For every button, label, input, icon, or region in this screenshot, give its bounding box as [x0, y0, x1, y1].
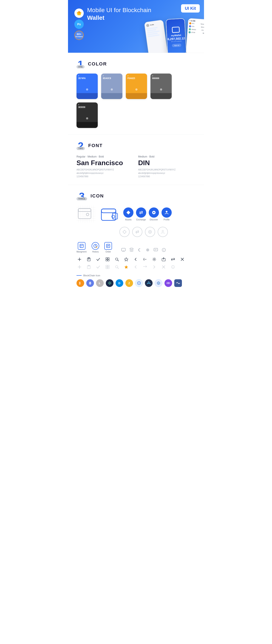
color-swatch-steel: # 8DA0C8 — [101, 74, 122, 99]
font-section: 2 TWO FONT Regular · Medium · Bold San F… — [68, 134, 204, 185]
font-sf-name: San Francisco — [76, 159, 134, 167]
svg-point-89 — [173, 266, 173, 266]
color-swatch-dark: # 303030 — [76, 102, 98, 128]
phone-mock-2: myWallet 6,297,502.12 BTC ETH WAVES Sign… — [166, 18, 187, 53]
svg-point-48 — [130, 248, 133, 249]
font-sf-uppercase: ABCDEFGHIJKLMNOPQRSTUVWXYZ — [76, 168, 134, 172]
font-din-name: DIN — [138, 159, 196, 167]
svg-text:Ł: Ł — [99, 282, 100, 285]
zec-icon: Z — [126, 279, 133, 287]
check-icon-gray — [95, 264, 101, 270]
app-icons-row: Mangment History — [76, 242, 196, 253]
svg-point-30 — [153, 212, 154, 213]
svg-rect-25 — [101, 209, 116, 213]
exchange-label: Exchange — [136, 218, 146, 221]
check-icon — [95, 256, 101, 262]
svg-point-23 — [86, 213, 89, 216]
settings-icon — [151, 256, 157, 262]
font-din-numbers: 1234567890 — [138, 175, 196, 178]
hero-title-bold: Wallet — [87, 14, 104, 21]
wave-icon — [174, 279, 182, 287]
svg-marker-84 — [124, 265, 128, 269]
svg-rect-24 — [101, 209, 116, 220]
svg-point-69 — [154, 259, 155, 260]
close-icon — [179, 256, 185, 262]
svg-marker-32 — [123, 230, 126, 234]
grid-icon-crypto — [135, 279, 143, 287]
assets-label: Assets — [125, 218, 132, 221]
info-icon-gray — [170, 264, 176, 270]
eth-icon — [86, 279, 94, 287]
profile-label: Profile — [164, 218, 170, 221]
grid-icon-gray — [104, 264, 110, 270]
color-swatch-blue: # 3574FA — [76, 74, 98, 99]
close-icon-gray — [161, 264, 166, 270]
section-header-color: 1 ONE COLOR — [76, 59, 196, 68]
assets-icon-outline — [120, 227, 130, 237]
clipboard-icon — [86, 256, 92, 262]
section-title-font: FONT — [88, 143, 103, 148]
svg-marker-68 — [124, 258, 128, 261]
star-icon-accent — [123, 264, 129, 270]
icon-history: History — [92, 242, 99, 253]
management-icon — [78, 242, 86, 250]
misc-icons-row — [120, 247, 167, 253]
svg-marker-99 — [138, 282, 140, 284]
star-icon — [123, 256, 129, 262]
phone-mock-1: Profile — [144, 20, 168, 53]
tool-icons-dark — [76, 256, 196, 262]
icon-profile: Profile — [162, 208, 172, 221]
svg-point-55 — [164, 249, 164, 250]
icon-discover: Discover — [149, 208, 159, 221]
svg-rect-65 — [108, 260, 109, 261]
svg-point-49 — [146, 248, 149, 252]
svg-point-35 — [162, 230, 164, 232]
circle-icon — [145, 247, 151, 253]
screens-label: Screens — [75, 36, 83, 38]
svg-point-31 — [166, 211, 168, 212]
wallet-icons-row: Assets Exchange — [76, 206, 196, 222]
icon-section: 3 THREE ICON — [68, 185, 204, 298]
font-sf-numbers: 1234567890 — [76, 175, 134, 178]
history-icon — [92, 242, 99, 250]
sketch-badge — [74, 8, 84, 18]
plus-icon — [76, 256, 82, 262]
color-swatches: # 3574FA # 8DA0C8 # F5A623 — [76, 74, 196, 128]
svg-text:D: D — [118, 282, 120, 285]
search-icon-gray — [114, 264, 120, 270]
polygon-icon — [164, 279, 172, 287]
discover-label: Discover — [150, 218, 158, 221]
hero-badges: Ps 60+ Screens — [74, 8, 84, 40]
back-icon — [132, 256, 138, 262]
strat-icon — [155, 279, 162, 287]
exchange-icon — [136, 208, 146, 218]
btc-icon: ₿ — [76, 279, 84, 287]
share-icon — [142, 256, 148, 262]
management-label: Mangment — [76, 250, 86, 253]
history-label: History — [92, 250, 99, 253]
svg-point-103 — [158, 283, 159, 284]
svg-marker-28 — [126, 211, 130, 214]
svg-line-67 — [118, 260, 119, 261]
svg-rect-64 — [106, 260, 107, 261]
order-icon — [104, 242, 112, 250]
section-header-icon: 3 THREE ICON — [76, 191, 196, 200]
stack-icon — [128, 247, 134, 253]
icon-management: Mangment — [76, 242, 86, 253]
discover-icon — [149, 208, 159, 218]
blockchain-divider: BlockChain Icon — [76, 274, 196, 277]
export-icon — [161, 256, 166, 262]
svg-point-34 — [150, 232, 151, 232]
icon-exchange: Exchange — [136, 208, 146, 221]
section-number-3: 3 THREE — [76, 191, 87, 200]
hero-title-normal: Mobile UI for Blockchain — [87, 7, 151, 14]
ui-kit-badge: UI Kit — [181, 4, 200, 12]
section-header-font: 2 TWO FONT — [76, 141, 196, 150]
crypto-icons-row: ₿ Ł D Z — [76, 279, 196, 287]
svg-rect-80 — [106, 267, 107, 269]
section-number-1: 1 ONE — [76, 59, 84, 68]
svg-point-33 — [148, 230, 152, 233]
icon-order: Order — [104, 242, 112, 253]
phone-mockups: Profile myWallet 6,297,502.12 BTC ETH WA… — [146, 19, 204, 53]
wallet-icon-blue — [100, 206, 119, 222]
